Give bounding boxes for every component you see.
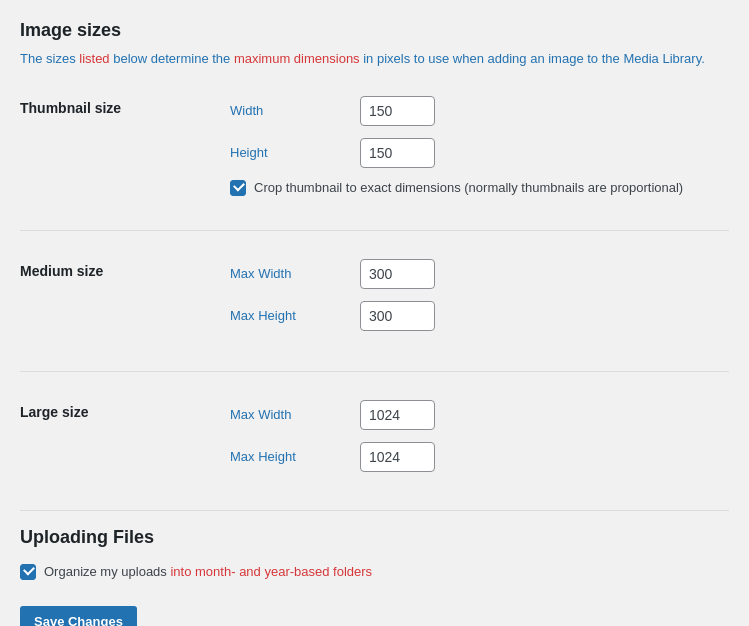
crop-thumbnail-row: Crop thumbnail to exact dimensions (norm… — [230, 180, 719, 196]
image-sizes-table: Thumbnail size Width Height Crop thumbna… — [20, 90, 729, 490]
medium-max-height-row: Max Height — [230, 301, 719, 331]
thumbnail-width-label: Width — [230, 103, 360, 118]
large-size-row: Large size Max Width Max Height — [20, 394, 729, 490]
divider-2 — [20, 371, 729, 372]
thumbnail-fields-cell: Width Height Crop thumbnail to exact dim… — [220, 90, 729, 208]
thumbnail-size-label: Thumbnail size — [20, 90, 220, 208]
large-size-label: Large size — [20, 394, 220, 490]
thumbnail-width-row: Width — [230, 96, 719, 126]
highlight-max-dim: maximum dimensions — [234, 51, 360, 66]
large-fields-cell: Max Width Max Height — [220, 394, 729, 490]
medium-size-label: Medium size — [20, 253, 220, 349]
large-max-height-row: Max Height — [230, 442, 719, 472]
spacer-row-2 — [20, 349, 729, 394]
medium-max-width-label: Max Width — [230, 266, 360, 281]
large-max-width-row: Max Width — [230, 400, 719, 430]
crop-thumbnail-label: Crop thumbnail to exact dimensions (norm… — [254, 180, 683, 195]
medium-max-height-label: Max Height — [230, 308, 360, 323]
spacer-row-1 — [20, 208, 729, 253]
large-max-height-label: Max Height — [230, 449, 360, 464]
page-title: Image sizes — [20, 20, 729, 41]
divider-3 — [20, 510, 729, 511]
medium-max-width-row: Max Width — [230, 259, 719, 289]
organize-uploads-row: Organize my uploads into month- and year… — [20, 564, 729, 580]
thumbnail-height-input[interactable] — [360, 138, 435, 168]
medium-max-width-input[interactable] — [360, 259, 435, 289]
section-description: The sizes listed below determine the max… — [20, 49, 729, 70]
thumbnail-height-label: Height — [230, 145, 360, 160]
save-changes-button[interactable]: Save Changes — [20, 606, 137, 626]
medium-size-row: Medium size Max Width Max Height — [20, 253, 729, 349]
page-container: Image sizes The sizes listed below deter… — [0, 0, 749, 626]
thumbnail-height-row: Height — [230, 138, 719, 168]
large-max-width-input[interactable] — [360, 400, 435, 430]
medium-fields-cell: Max Width Max Height — [220, 253, 729, 349]
divider-1 — [20, 230, 729, 231]
large-max-width-label: Max Width — [230, 407, 360, 422]
organize-uploads-checkbox[interactable] — [20, 564, 36, 580]
highlight-into: into month- — [170, 564, 235, 579]
highlight-year: and year-based folders — [239, 564, 372, 579]
organize-uploads-label: Organize my uploads into month- and year… — [44, 564, 372, 579]
highlight-listed: listed — [79, 51, 109, 66]
thumbnail-width-input[interactable] — [360, 96, 435, 126]
thumbnail-size-row: Thumbnail size Width Height Crop thumbna… — [20, 90, 729, 208]
uploading-title: Uploading Files — [20, 527, 729, 548]
crop-thumbnail-checkbox[interactable] — [230, 180, 246, 196]
uploading-section: Uploading Files Organize my uploads into… — [20, 527, 729, 580]
medium-max-height-input[interactable] — [360, 301, 435, 331]
large-max-height-input[interactable] — [360, 442, 435, 472]
